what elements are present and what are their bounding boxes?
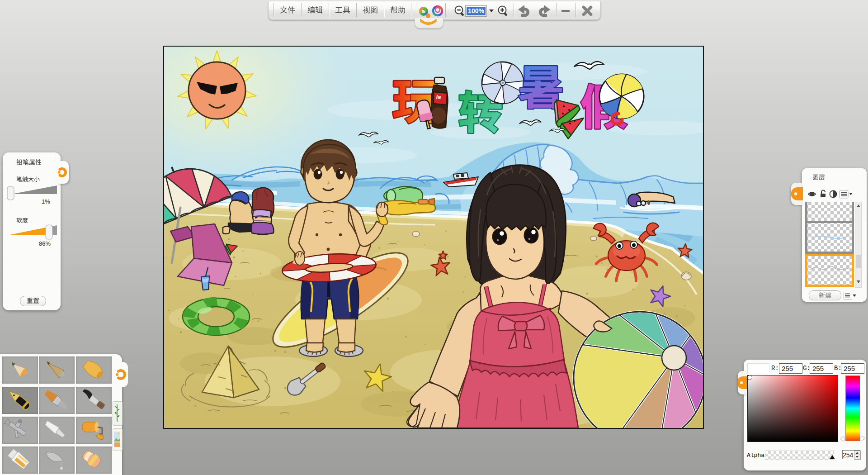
svg-text:la: la bbox=[436, 94, 441, 100]
